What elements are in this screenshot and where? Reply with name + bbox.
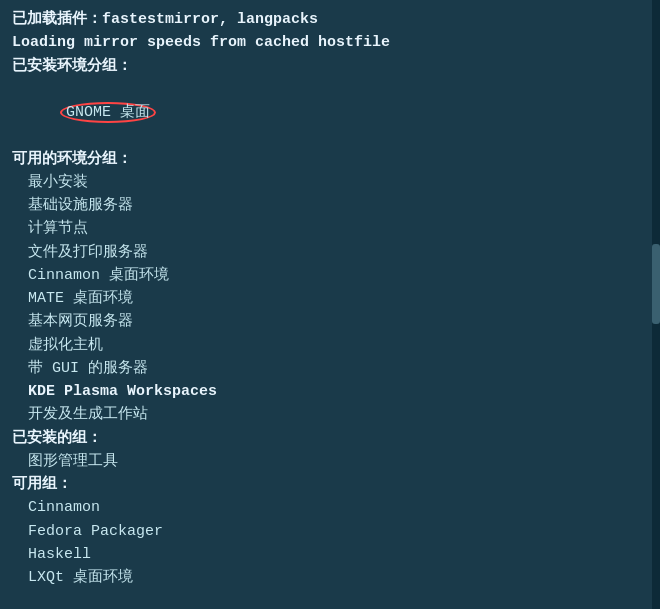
line-installed-env-group-header: 已安装环境分组： xyxy=(12,55,648,78)
gnome-highlight-circle: GNOME 桌面 xyxy=(60,102,156,123)
line-dev-workstation: 开发及生成工作站 xyxy=(12,403,648,426)
line-gnome-desktop: GNOME 桌面 xyxy=(12,78,648,148)
scrollbar[interactable] xyxy=(652,0,660,609)
line-installed-groups-header: 已安装的组： xyxy=(12,427,648,450)
scrollbar-thumb[interactable] xyxy=(652,244,660,324)
line-available-groups-header: 可用组： xyxy=(12,473,648,496)
line-cinnamon-desktop-env: Cinnamon 桌面环境 xyxy=(12,264,648,287)
line-lxqt-desktop: LXQt 桌面环境 xyxy=(12,566,648,589)
line-minimal-install: 最小安装 xyxy=(12,171,648,194)
line-cinnamon: Cinnamon xyxy=(12,496,648,519)
line-kde-plasma: KDE Plasma Workspaces xyxy=(12,380,648,403)
line-gui-server: 带 GUI 的服务器 xyxy=(12,357,648,380)
line-compute-node: 计算节点 xyxy=(12,217,648,240)
line-graphics-mgmt: 图形管理工具 xyxy=(12,450,648,473)
line-infra-server: 基础设施服务器 xyxy=(12,194,648,217)
line-virtualization-host: 虚拟化主机 xyxy=(12,334,648,357)
terminal-window: 已加载插件：fastestmirror, langpacks Loading m… xyxy=(0,0,660,609)
line-haskell: Haskell xyxy=(12,543,648,566)
line-basic-web-server: 基本网页服务器 xyxy=(12,310,648,333)
line-loading-mirror: Loading mirror speeds from cached hostfi… xyxy=(12,31,648,54)
line-mate-desktop: MATE 桌面环境 xyxy=(12,287,648,310)
line-plugins: 已加载插件：fastestmirror, langpacks xyxy=(12,8,648,31)
line-available-env-groups-header: 可用的环境分组： xyxy=(12,148,648,171)
line-fedora-packager: Fedora Packager xyxy=(12,520,648,543)
line-file-print-server: 文件及打印服务器 xyxy=(12,241,648,264)
